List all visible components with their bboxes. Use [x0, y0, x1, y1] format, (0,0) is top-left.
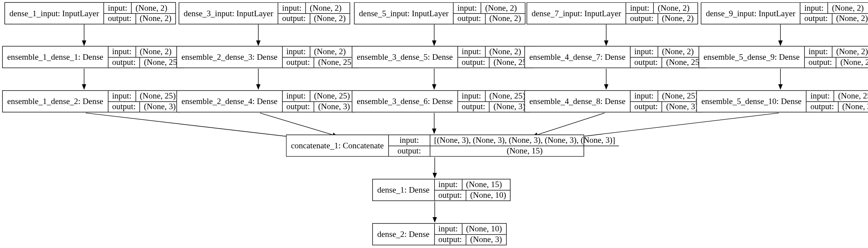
node-name: ensemble_4_dense_7: Dense: [525, 47, 631, 68]
node-name: dense_2: Dense: [373, 224, 435, 245]
node-name: ensemble_3_dense_6: Dense: [352, 91, 458, 112]
node-e2d4: ensemble_2_dense_4: Dense input:(None, 2…: [177, 90, 354, 112]
node-concat: concatenate_1: Concatenate input:[(None,…: [286, 134, 584, 157]
node-input-1: dense_1_input: InputLayer input:(None, 2…: [4, 2, 176, 25]
node-input-3: dense_3_input: InputLayer input:(None, 2…: [179, 2, 350, 25]
node-name: concatenate_1: Concatenate: [286, 135, 389, 156]
node-e3d6: ensemble_3_dense_6: Dense input:(None, 2…: [352, 90, 529, 112]
svg-line-10: [86, 113, 318, 140]
node-dense-2: dense_2: Dense input:(None, 10) output:(…: [372, 223, 506, 245]
node-name: ensemble_2_dense_4: Dense: [177, 91, 282, 112]
node-e1d1: ensemble_1_dense_1: Dense input:(None, 2…: [2, 46, 185, 68]
node-input-7: dense_7_input: InputLayer input:(None, 2…: [527, 2, 698, 25]
node-name: ensemble_2_dense_3: Dense: [177, 47, 282, 68]
node-name: ensemble_1_dense_2: Dense: [3, 91, 108, 112]
node-dense-1: dense_1: Dense input:(None, 15) output:(…: [372, 179, 510, 201]
node-name: ensemble_3_dense_5: Dense: [352, 47, 458, 68]
node-e1d2: ensemble_1_dense_2: Dense input:(None, 2…: [2, 90, 180, 112]
node-e5d9: ensemble_5_dense_9: Dense input:(None, 2…: [699, 46, 868, 68]
graph-edges: [0, 0, 868, 248]
node-e3d5: ensemble_3_dense_5: Dense input:(None, 2…: [352, 46, 534, 68]
node-name: dense_1_input: InputLayer: [5, 3, 104, 24]
node-input-5: dense_5_input: InputLayer input:(None, 2…: [354, 2, 525, 25]
node-e4d7: ensemble_4_dense_7: Dense input:(None, 2…: [524, 46, 706, 68]
svg-line-11: [260, 113, 337, 136]
node-name: ensemble_1_dense_1: Dense: [3, 47, 108, 68]
node-input-9: dense_9_input: InputLayer input:(None, 2…: [701, 2, 868, 25]
node-e2d3: ensemble_2_dense_3: Dense input:(None, 2…: [177, 46, 359, 68]
node-e4d8: ensemble_4_dense_8: Dense input:(None, 2…: [524, 90, 702, 112]
node-e5d10: ensemble_5_dense_10: Dense input:(None, …: [697, 90, 868, 112]
node-name: dense_3_input: InputLayer: [179, 3, 279, 24]
node-name: dense_9_input: InputLayer: [701, 3, 800, 24]
node-name: dense_1: Dense: [373, 180, 435, 201]
svg-line-13: [533, 113, 604, 136]
node-name: ensemble_5_dense_10: Dense: [697, 91, 806, 112]
node-name: ensemble_5_dense_9: Dense: [699, 47, 805, 68]
node-name: dense_7_input: InputLayer: [527, 3, 626, 24]
node-name: ensemble_4_dense_8: Dense: [525, 91, 631, 112]
node-name: dense_5_input: InputLayer: [354, 3, 454, 24]
